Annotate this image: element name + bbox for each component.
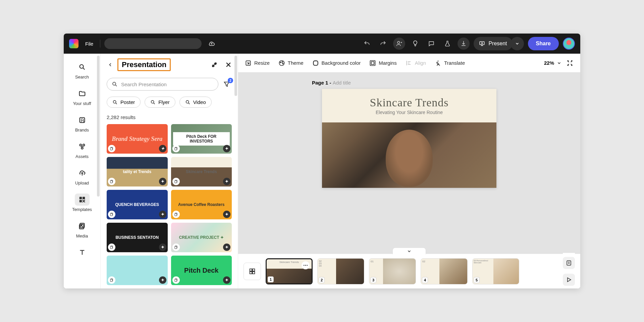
filmstrip-thumb[interactable]: Skincare Trends ⋯ 1: [266, 258, 313, 284]
invite-user-icon[interactable]: [393, 38, 405, 50]
template-card[interactable]: Pitch Deck FOR INVESTORS✦: [171, 124, 232, 154]
rail-scrollbar[interactable]: [97, 56, 100, 197]
panel-scrollbar[interactable]: [234, 56, 237, 96]
slide-image[interactable]: [322, 122, 496, 188]
redo-icon[interactable]: [377, 38, 389, 50]
filmstrip-thumb[interactable]: 02 4: [421, 258, 468, 284]
svg-point-13: [113, 82, 116, 85]
play-icon[interactable]: [563, 274, 575, 286]
rail-item-media[interactable]: Media: [65, 217, 98, 242]
svg-point-40: [282, 61, 283, 62]
assets-icon: [78, 143, 86, 150]
zoom-control[interactable]: 22%: [544, 60, 561, 66]
rail-label: Media: [76, 233, 88, 238]
canvas-toolbar: Resize Theme Background color Margins Al…: [238, 54, 580, 72]
notes-icon[interactable]: [563, 257, 575, 269]
rail-item-text[interactable]: [65, 243, 98, 259]
page-label[interactable]: Page 1 - Add title: [312, 80, 351, 86]
svg-rect-18: [110, 148, 112, 150]
panel-search-input[interactable]: Search Presentation: [107, 78, 218, 91]
lightbulb-icon[interactable]: [409, 38, 421, 50]
global-search-input[interactable]: [104, 38, 202, 49]
chip-poster[interactable]: Poster: [107, 97, 141, 108]
search-icon: [78, 63, 86, 71]
rail-label: Templates: [72, 207, 92, 212]
canvas-stage[interactable]: Page 1 - Add title Skincare Trends Eleva…: [238, 72, 580, 254]
multi-page-icon: [172, 244, 180, 251]
template-card[interactable]: BUSINESS SENTATON✦: [107, 223, 168, 252]
user-avatar-icon[interactable]: [563, 38, 575, 50]
chip-video[interactable]: Video: [179, 97, 212, 108]
tb-resize[interactable]: Resize: [245, 60, 270, 66]
template-card[interactable]: QUENCH BEVERAGES✦: [107, 190, 168, 219]
chip-label: Poster: [120, 99, 135, 105]
app-window: File Present: [64, 34, 580, 288]
rail-item-upload[interactable]: Upload: [65, 164, 98, 189]
template-card[interactable]: tality et Trends✦: [107, 157, 168, 186]
template-card[interactable]: Skincare Trends✦: [171, 157, 232, 186]
slide-canvas[interactable]: Skincare Trends Elevating Your Skincare …: [322, 89, 496, 188]
cloud-sync-icon[interactable]: [206, 38, 218, 50]
chip-flyer[interactable]: Flyer: [145, 97, 175, 108]
tb-margins[interactable]: Margins: [369, 60, 396, 66]
filmstrip-thumb[interactable]: 03 Personalized Skincare 5: [472, 258, 519, 284]
svg-rect-7: [79, 197, 82, 199]
rail-label: Search: [75, 74, 89, 79]
multi-page-icon: [108, 276, 115, 284]
rail-label: Upload: [75, 180, 89, 185]
templates-panel: Presentation Search Presentation 2 Poste…: [101, 54, 238, 288]
svg-rect-32: [175, 247, 177, 249]
rail-item-assets[interactable]: Assets: [65, 137, 98, 162]
filter-button[interactable]: 2: [222, 79, 232, 89]
template-card[interactable]: ✦: [107, 256, 168, 285]
template-card[interactable]: Pitch Deck✦: [171, 256, 232, 285]
svg-point-41: [282, 63, 283, 64]
undo-icon[interactable]: [361, 38, 373, 50]
filter-badge: 2: [228, 78, 233, 83]
svg-rect-28: [175, 214, 177, 216]
template-card[interactable]: Brand Strategy Sera✦: [107, 124, 168, 154]
filmstrip-thumb[interactable]: 01 3: [369, 258, 416, 284]
app-logo-icon[interactable]: [69, 39, 78, 48]
tb-theme[interactable]: Theme: [278, 60, 304, 66]
multi-page-icon: [172, 145, 180, 152]
premium-icon: ✦: [159, 276, 166, 284]
svg-rect-9: [79, 200, 82, 202]
expand-icon[interactable]: [211, 61, 218, 68]
svg-point-38: [279, 60, 284, 65]
slide-title[interactable]: Skincare Trends: [370, 96, 448, 109]
rail-label: Brands: [75, 127, 89, 132]
rail-item-search[interactable]: Search: [65, 58, 98, 83]
grid-view-button[interactable]: [244, 263, 261, 280]
comment-icon[interactable]: [425, 38, 437, 50]
file-menu[interactable]: File: [83, 40, 96, 48]
thumb-number: 1: [268, 276, 274, 282]
beaker-icon[interactable]: [441, 38, 453, 50]
tb-bgcolor[interactable]: Background color: [312, 60, 361, 66]
rail-item-brands[interactable]: Brands: [65, 111, 98, 136]
tb-label: Translate: [444, 60, 465, 66]
tb-label: Theme: [288, 60, 304, 66]
svg-point-0: [397, 41, 400, 44]
rail-item-templates[interactable]: Templates: [65, 190, 98, 215]
tb-translate[interactable]: Translate: [435, 60, 465, 66]
rail-item-your-stuff[interactable]: Your stuff: [65, 84, 98, 109]
premium-icon: ✦: [223, 276, 230, 284]
svg-rect-8: [82, 197, 85, 199]
slide-header: Skincare Trends Elevating Your Skincare …: [322, 89, 496, 122]
fit-icon[interactable]: [566, 59, 574, 67]
present-button[interactable]: Present: [474, 37, 512, 50]
slide-subtitle[interactable]: Elevating Your Skincare Routine: [376, 110, 443, 115]
premium-icon: ✦: [159, 211, 166, 218]
svg-rect-30: [110, 247, 112, 249]
thumb-more-icon[interactable]: ⋯: [302, 261, 310, 269]
back-chevron-icon[interactable]: [107, 61, 114, 68]
template-card[interactable]: Avenue Coffee Roasters✦: [171, 190, 232, 219]
present-dropdown-icon[interactable]: [511, 37, 524, 50]
share-button[interactable]: Share: [528, 37, 559, 50]
filmstrip-thumb[interactable]: 020304 2: [317, 258, 364, 284]
close-icon[interactable]: [225, 61, 232, 68]
download-icon[interactable]: [458, 38, 470, 50]
template-card[interactable]: CREATIVE PROJECT ✦✦: [171, 223, 232, 252]
collapse-filmstrip-icon[interactable]: [392, 248, 426, 254]
